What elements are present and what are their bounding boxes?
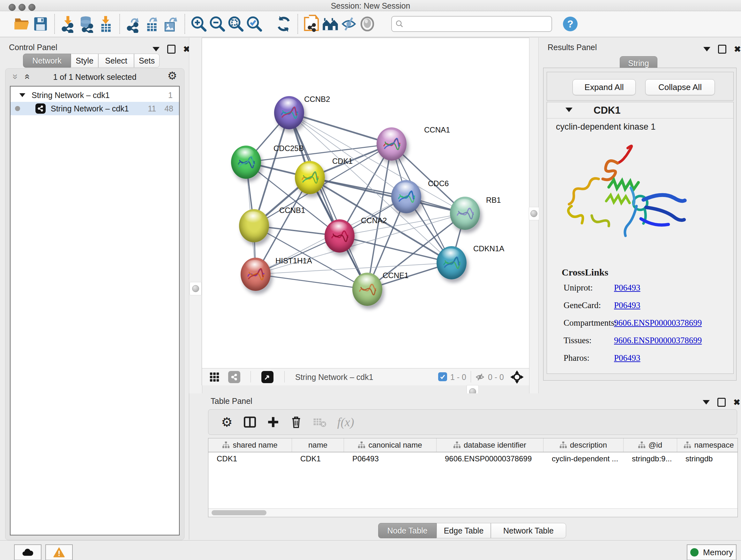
import-network-from-database-button[interactable] (78, 14, 96, 34)
network-node-cdc25b[interactable] (231, 145, 261, 179)
panel-menu-icon[interactable] (152, 47, 159, 51)
search-input[interactable] (406, 17, 548, 29)
save-session-button[interactable] (31, 14, 50, 34)
network-node-rb1[interactable] (450, 197, 480, 230)
crosslink-value-link[interactable]: P06493 (614, 353, 641, 363)
table-cell[interactable]: stringdb (677, 452, 738, 465)
panel-menu-icon[interactable] (703, 400, 710, 405)
column-header-database-identifier[interactable]: database identifier (436, 438, 543, 452)
table-row[interactable]: CDK1CDK1P064939606.ENSP00000378699cyclin… (208, 452, 738, 465)
column-header-canonical-name[interactable]: canonical name (344, 438, 436, 452)
string-home-button[interactable] (321, 14, 340, 34)
search-field[interactable] (391, 16, 552, 32)
network-list-options-gear-icon[interactable]: ⚙ (167, 69, 177, 82)
network-node-cdc6[interactable] (391, 180, 421, 213)
network-canvas[interactable]: CCNB2CCNA1CDC25BCDK1CDC6RB1CCNB1CCNA2CDK… (202, 38, 529, 368)
column-header--id[interactable]: @id (623, 438, 677, 452)
import-table-button[interactable] (96, 14, 115, 34)
gene-section-header[interactable]: CDK1 (547, 102, 733, 118)
table-cell[interactable]: CDK1 (292, 452, 344, 465)
panel-float-icon[interactable] (718, 398, 726, 407)
show-graphics-details-button[interactable] (358, 14, 377, 34)
tab-network[interactable]: Network (23, 54, 71, 68)
network-from-file-button[interactable] (302, 14, 321, 34)
panel-close-icon[interactable]: ✖ (734, 46, 741, 52)
export-image-button[interactable] (161, 14, 180, 34)
panel-float-icon[interactable] (718, 45, 726, 54)
export-table-button[interactable] (143, 14, 161, 34)
network-row-selected[interactable]: String Network – cdk1 11 48 (10, 102, 179, 115)
left-panel-splitter[interactable] (189, 38, 202, 393)
column-header-shared-name[interactable]: shared name (208, 438, 292, 452)
table-cell[interactable]: cyclin-dependent ... (543, 452, 623, 465)
column-header-namespace[interactable]: namespace (677, 438, 738, 452)
zoom-out-button[interactable] (208, 14, 226, 34)
right-panel-splitter[interactable] (529, 38, 539, 393)
column-header-description[interactable]: description (543, 438, 623, 452)
network-badge-icon[interactable] (228, 371, 240, 383)
network-node-ccna1[interactable] (377, 127, 407, 161)
table-cell[interactable]: 9606.ENSP00000378699 (436, 452, 543, 465)
help-button[interactable]: ? (561, 14, 580, 34)
tab-sets[interactable]: Sets (134, 54, 159, 68)
grid-view-button[interactable] (209, 372, 220, 384)
network-edge[interactable] (256, 274, 367, 289)
network-node-cdkn1a[interactable] (436, 246, 467, 279)
selected-count-checkbox[interactable] (438, 372, 447, 381)
function-builder-button[interactable]: f(x) (337, 415, 354, 429)
network-node-cdk1[interactable] (295, 161, 325, 194)
left-splitter-handle[interactable] (190, 282, 202, 295)
collection-expand-icon[interactable] (19, 93, 25, 97)
table-cell[interactable]: CDK1 (208, 452, 292, 465)
node-table[interactable]: shared namename canonical name database … (208, 438, 738, 517)
crosslink-value-link[interactable]: P06493 (614, 283, 641, 293)
crosslink-value-link[interactable]: P06493 (614, 300, 641, 310)
warnings-button[interactable] (45, 544, 73, 560)
network-node-ccna2[interactable] (325, 219, 354, 253)
crosslink-value-link[interactable]: 9606.ENSP00000378699 (614, 335, 702, 345)
node-label-cdc6: CDC6 (428, 179, 449, 188)
panel-float-icon[interactable] (167, 45, 176, 54)
tab-node-table[interactable]: Node Table (378, 523, 436, 538)
table-horizontal-scrollbar[interactable] (208, 508, 738, 517)
tab-style[interactable]: Style (71, 54, 98, 68)
import-network-button[interactable] (59, 14, 78, 34)
panel-close-icon[interactable]: ✖ (733, 399, 740, 406)
network-node-ccnb1[interactable] (239, 209, 269, 242)
network-edge[interactable] (289, 113, 392, 144)
network-edge[interactable] (340, 236, 452, 263)
network-node-hist1h1a[interactable] (241, 258, 271, 291)
table-options-gear-icon[interactable]: ⚙ (221, 415, 232, 429)
crosslink-value-link[interactable]: 9606.ENSP00000378699 (614, 318, 702, 327)
tab-network-table[interactable]: Network Table (491, 523, 566, 538)
collapse-all-button[interactable]: Collapse All (645, 79, 715, 95)
expand-all-button[interactable]: Expand All (572, 79, 636, 95)
enable-glass-effect-button[interactable] (340, 14, 358, 34)
table-cell[interactable]: stringdb:9... (623, 452, 677, 465)
network-node-ccnb2[interactable] (274, 96, 304, 129)
panel-menu-icon[interactable] (703, 47, 711, 51)
column-header-name[interactable]: name (292, 438, 344, 452)
network-collection-row[interactable]: String Network – cdk1 1 (10, 88, 179, 102)
cloud-service-button[interactable] (14, 544, 42, 560)
zoom-selected-button[interactable] (245, 14, 264, 34)
gene-collapse-icon[interactable] (565, 108, 572, 112)
scrollbar-thumb[interactable] (212, 510, 266, 515)
network-node-ccne1[interactable] (352, 273, 382, 306)
tab-edge-table[interactable]: Edge Table (436, 523, 491, 538)
table-cell[interactable]: P06493 (344, 452, 436, 465)
birds-eye-view-button[interactable] (261, 371, 273, 383)
open-session-button[interactable] (13, 14, 31, 34)
tab-select[interactable]: Select (98, 54, 134, 68)
zoom-fit-button[interactable] (226, 14, 245, 34)
clear-table-icon[interactable] (313, 416, 327, 428)
memory-button[interactable]: Memory (687, 544, 737, 560)
zoom-in-button[interactable] (190, 14, 208, 34)
apply-layout-button[interactable] (274, 14, 293, 34)
export-network-button[interactable] (125, 14, 143, 34)
delete-column-trash-icon[interactable] (290, 416, 302, 428)
show-columns-icon[interactable] (244, 416, 256, 428)
fit-content-crosshair-button[interactable] (510, 370, 524, 385)
right-splitter-handle[interactable] (529, 207, 539, 220)
create-column-plus-icon[interactable] (267, 416, 279, 428)
